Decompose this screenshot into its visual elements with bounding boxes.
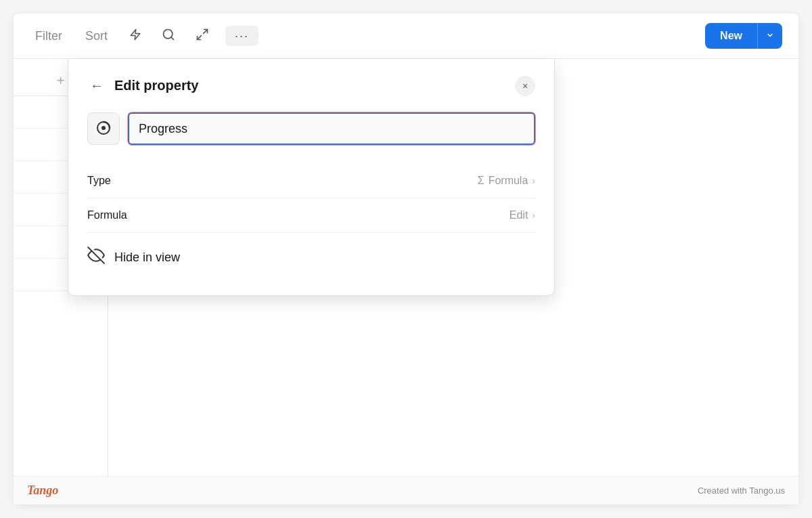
- new-chevron-button[interactable]: [757, 23, 782, 49]
- hide-label: Hide in view: [114, 251, 180, 265]
- edit-property-panel: ← Edit property ×: [68, 59, 555, 296]
- panel-header: ← Edit property ×: [87, 75, 535, 96]
- resize-icon: [196, 28, 209, 44]
- property-icon-button[interactable]: [87, 112, 120, 145]
- type-chevron-icon: ›: [532, 175, 535, 186]
- property-name-input[interactable]: [128, 112, 535, 145]
- filter-button[interactable]: Filter: [30, 26, 68, 46]
- new-button-group: New: [705, 23, 782, 49]
- search-button[interactable]: [158, 25, 179, 47]
- footer-logo: Tango: [27, 483, 58, 498]
- back-button[interactable]: ←: [87, 75, 106, 96]
- formula-value-text: Edit: [510, 209, 528, 221]
- svg-marker-0: [131, 30, 140, 40]
- svg-line-2: [171, 37, 174, 40]
- search-icon: [162, 28, 175, 44]
- bolt-icon: [129, 28, 141, 43]
- back-icon: ←: [90, 78, 104, 93]
- new-button[interactable]: New: [705, 23, 757, 49]
- footer: Tango Created with Tango.us: [14, 476, 798, 504]
- plus-icon: +: [57, 73, 65, 88]
- more-button[interactable]: ···: [225, 26, 258, 46]
- formula-value: Edit ›: [510, 209, 535, 221]
- resize-button[interactable]: [191, 25, 213, 47]
- progress-icon: [95, 120, 112, 138]
- close-icon: ×: [522, 81, 528, 91]
- footer-credit: Created with Tango.us: [698, 485, 785, 496]
- chevron-down-icon: [766, 31, 774, 41]
- type-value: Σ Formula ›: [478, 175, 535, 187]
- formula-chevron-icon: ›: [532, 210, 535, 221]
- sigma-icon: Σ: [478, 175, 484, 187]
- svg-line-3: [204, 30, 208, 34]
- bolt-button[interactable]: [125, 26, 145, 46]
- panel-title: Edit property: [114, 78, 515, 93]
- property-name-row: [87, 112, 535, 145]
- type-row[interactable]: Type Σ Formula ›: [87, 164, 535, 198]
- svg-point-6: [102, 126, 106, 130]
- content-area: + ← Edit property ×: [14, 59, 798, 476]
- close-button[interactable]: ×: [515, 76, 535, 96]
- more-icon: ···: [235, 29, 249, 43]
- hide-icon: [87, 246, 105, 268]
- type-label: Type: [87, 175, 478, 187]
- formula-label: Formula: [87, 209, 510, 221]
- formula-row[interactable]: Formula Edit ›: [87, 198, 535, 233]
- toolbar: Filter Sort ···: [14, 14, 798, 59]
- sort-button[interactable]: Sort: [80, 26, 113, 46]
- hide-in-view-row[interactable]: Hide in view: [87, 233, 535, 274]
- svg-line-4: [198, 36, 202, 40]
- add-column-button[interactable]: +: [57, 74, 65, 87]
- type-value-text: Formula: [489, 175, 528, 187]
